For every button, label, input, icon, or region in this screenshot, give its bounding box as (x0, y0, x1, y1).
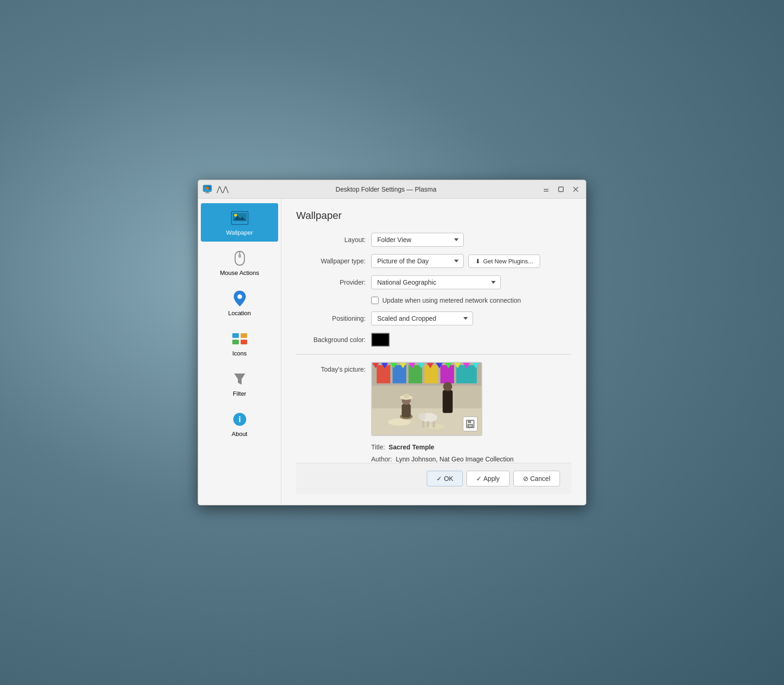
titlebar-chevrons[interactable]: ⋀⋀ (217, 185, 229, 193)
sidebar-item-about[interactable]: i About (201, 405, 278, 443)
sidebar-about-label: About (232, 430, 248, 437)
svg-rect-58 (422, 421, 424, 428)
positioning-select[interactable]: Scaled and Cropped (371, 311, 473, 325)
main-window: ⋀⋀ Desktop Folder Settings — Plasma (198, 180, 586, 505)
bg-color-label: Background color: (296, 336, 366, 343)
metered-label[interactable]: Update when using metered network connec… (382, 297, 521, 304)
sidebar-item-filter[interactable]: Filter (201, 364, 278, 403)
svg-rect-30 (392, 365, 406, 383)
svg-point-48 (388, 418, 411, 426)
app-icon (202, 184, 213, 195)
metered-row: Update when using metered network connec… (371, 297, 571, 304)
svg-point-61 (418, 413, 426, 420)
provider-select[interactable]: National Geographic (371, 275, 501, 289)
wallpaper-type-label: Wallpaper type: (296, 257, 366, 265)
preview-image-container (371, 362, 482, 436)
svg-rect-3 (205, 193, 210, 193)
ok-button[interactable]: ✓ OK (427, 471, 463, 486)
titlebar: ⋀⋀ Desktop Folder Settings — Plasma (198, 180, 586, 199)
wallpaper-type-control: Picture of the Day ⬇ Get New Plugins... (371, 254, 571, 268)
divider (296, 354, 571, 355)
svg-point-19 (237, 294, 242, 299)
svg-rect-31 (409, 365, 422, 383)
sidebar-wallpaper-label: Wallpaper (226, 229, 253, 236)
get-plugins-button[interactable]: ⬇ Get New Plugins... (468, 255, 540, 268)
svg-rect-54 (404, 394, 409, 399)
titlebar-buttons (540, 184, 582, 195)
svg-rect-22 (232, 340, 239, 344)
svg-rect-55 (442, 390, 453, 413)
svg-rect-8 (559, 187, 563, 192)
provider-label: Provider: (296, 279, 366, 286)
positioning-label: Positioning: (296, 315, 366, 322)
metered-checkbox[interactable] (371, 297, 379, 304)
provider-row: Provider: National Geographic (296, 275, 571, 289)
form-grid: Layout: Folder View Wallpaper type: Pict… (296, 233, 571, 347)
bg-color-control (371, 333, 571, 347)
svg-rect-51 (402, 404, 411, 417)
sidebar-item-wallpaper[interactable]: Wallpaper (201, 203, 278, 242)
cancel-button[interactable]: ⊘ Cancel (513, 471, 560, 486)
location-icon (230, 289, 249, 308)
title-value: Sacred Temple (389, 443, 435, 451)
main-panel: Wallpaper Layout: Folder View Wallpaper … (281, 199, 586, 505)
sidebar-item-location[interactable]: Location (201, 284, 278, 322)
svg-point-56 (443, 382, 452, 391)
save-button-overlay[interactable] (463, 417, 478, 431)
author-label: Author: (371, 455, 392, 463)
minimize-button[interactable] (540, 184, 553, 195)
layout-label: Layout: (296, 236, 366, 243)
maximize-button[interactable] (554, 184, 567, 195)
window-content: Wallpaper Mouse Actions (198, 199, 586, 505)
sidebar-icons-label: Icons (232, 350, 247, 357)
apply-label: ✓ Apply (476, 475, 499, 482)
about-icon: i (230, 410, 249, 429)
save-icon (466, 420, 474, 428)
svg-point-18 (238, 254, 241, 258)
svg-marker-24 (234, 374, 245, 385)
sidebar-item-mouse-actions[interactable]: Mouse Actions (201, 243, 278, 282)
sidebar-filter-label: Filter (233, 390, 246, 397)
panel-title: Wallpaper (296, 210, 571, 222)
preview-row: Today's picture: (296, 362, 571, 436)
bg-color-swatch[interactable] (371, 333, 390, 347)
svg-point-49 (427, 424, 445, 430)
close-button[interactable] (569, 184, 582, 195)
footer: ✓ OK ✓ Apply ⊘ Cancel (296, 463, 571, 494)
sidebar-location-label: Location (228, 310, 251, 317)
svg-rect-60 (433, 421, 435, 428)
provider-control: National Geographic (371, 275, 571, 289)
title-row: Title: Sacred Temple (371, 443, 571, 451)
svg-point-15 (234, 214, 237, 217)
titlebar-title: Desktop Folder Settings — Plasma (232, 186, 540, 193)
mouse-icon (230, 249, 249, 268)
icons-icon (230, 330, 249, 348)
layout-row: Layout: Folder View (296, 233, 571, 247)
author-value: Lynn Johnson, Nat Geo Image Collection (396, 455, 514, 463)
preview-section: Today's picture: (296, 362, 571, 463)
svg-rect-23 (241, 340, 247, 344)
apply-button[interactable]: ✓ Apply (467, 471, 509, 486)
ok-label: ✓ OK (436, 475, 453, 482)
svg-text:i: i (238, 415, 241, 424)
svg-rect-29 (377, 365, 390, 383)
cancel-label: ⊘ Cancel (523, 475, 550, 482)
layout-select[interactable]: Folder View (371, 233, 464, 247)
wallpaper-icon (230, 209, 249, 227)
title-label: Title: (371, 443, 385, 451)
get-plugins-label: Get New Plugins... (483, 258, 533, 265)
sidebar-item-icons[interactable]: Icons (201, 324, 278, 362)
positioning-row: Positioning: Scaled and Cropped (296, 311, 571, 325)
svg-rect-2 (206, 192, 209, 193)
filter-icon (230, 370, 249, 388)
svg-rect-21 (241, 333, 247, 338)
metadata-section: Title: Sacred Temple Author: Lynn Johnso… (371, 443, 571, 463)
wallpaper-type-select[interactable]: Picture of the Day (371, 254, 464, 268)
bg-color-row: Background color: (296, 333, 571, 347)
download-icon: ⬇ (475, 258, 480, 265)
layout-control: Folder View (371, 233, 571, 247)
sidebar-mouse-label: Mouse Actions (220, 269, 259, 276)
sidebar: Wallpaper Mouse Actions (198, 199, 281, 505)
svg-rect-59 (427, 421, 429, 428)
svg-rect-33 (440, 365, 454, 383)
